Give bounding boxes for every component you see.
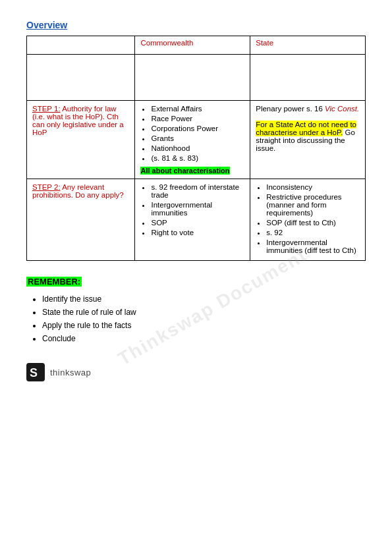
- list-item: Restrictive procedures (manner and form …: [266, 193, 360, 217]
- table-header-row: Commonwealth State: [27, 36, 366, 55]
- step2-label: STEP 2: Any relevant prohibitions. Do an…: [27, 179, 135, 261]
- list-item: SOP: [151, 219, 244, 227]
- list-item: s. 92: [266, 229, 360, 236]
- step2-commonwealth-list: s. 92 freedom of interstate trade Interg…: [140, 183, 244, 236]
- remember-list: Identify the issue State the rule of rul…: [26, 294, 366, 343]
- step1-label: STEP 1: Authority for law (i.e. what is …: [27, 101, 135, 179]
- footer-brand: thinkswap: [50, 368, 91, 377]
- list-item: Nationhood: [151, 144, 244, 152]
- footer: S thinkswap: [26, 363, 366, 381]
- thinkswap-logo-icon: S: [26, 363, 45, 381]
- header-col3: State: [250, 36, 366, 55]
- svg-text:S: S: [30, 366, 38, 379]
- step2-state: Inconsistency Restrictive procedures (ma…: [250, 179, 366, 261]
- empty-col1: [27, 55, 135, 101]
- header-col2: Commonwealth: [135, 36, 250, 55]
- list-item: Apply the rule to the facts: [42, 321, 366, 330]
- remember-label: REMEMBER:: [26, 277, 366, 294]
- list-item: Race Power: [151, 115, 244, 123]
- list-item: Corporations Power: [151, 125, 244, 132]
- list-item: Inconsistency: [266, 183, 360, 191]
- list-item: Identify the issue: [42, 294, 366, 304]
- overview-title: Overview: [26, 20, 366, 30]
- step2-number: STEP 2:: [32, 183, 61, 191]
- list-item: SOP (diff test to Cth): [266, 219, 360, 227]
- all-about-text: All about characterisation: [140, 167, 229, 175]
- step1-number: STEP 1:: [32, 105, 61, 113]
- list-item: External Affairs: [151, 105, 244, 113]
- step2-commonwealth: s. 92 freedom of interstate trade Interg…: [135, 179, 250, 261]
- state-highlight: For a State Act do not need to character…: [256, 121, 356, 136]
- table-row-step2: STEP 2: Any relevant prohibitions. Do an…: [27, 179, 366, 261]
- list-item: Grants: [151, 134, 244, 142]
- step1-commonwealth: External Affairs Race Power Corporations…: [135, 101, 250, 179]
- list-item: (s. 81 & s. 83): [151, 154, 244, 162]
- list-item: s. 92 freedom of interstate trade: [151, 183, 244, 199]
- empty-col3: [250, 55, 366, 101]
- list-item: Intergovernmental immunities: [151, 201, 244, 217]
- empty-col2: [135, 55, 250, 101]
- header-col1: [27, 36, 135, 55]
- table-empty-row: [27, 55, 366, 101]
- commonwealth-list: External Affairs Race Power Corporations…: [140, 105, 244, 162]
- vic-const-text: Vic Const.: [325, 105, 359, 113]
- overview-table: Commonwealth State STEP 1: Authority for…: [26, 36, 366, 261]
- plenary-text: Plenary power s. 16: [256, 105, 325, 113]
- list-item: Intergovernmental immunities (diff test …: [266, 238, 360, 254]
- step2-state-list: Inconsistency Restrictive procedures (ma…: [256, 183, 360, 254]
- list-item: Conclude: [42, 334, 366, 343]
- all-about-note: All about characterisation: [140, 164, 244, 175]
- remember-section: REMEMBER: Identify the issue State the r…: [26, 277, 366, 343]
- table-row-step1: STEP 1: Authority for law (i.e. what is …: [27, 101, 366, 179]
- step1-state: Plenary power s. 16 Vic Const. For a Sta…: [250, 101, 366, 179]
- list-item: State the rule of rule of law: [42, 308, 366, 317]
- list-item: Right to vote: [151, 229, 244, 236]
